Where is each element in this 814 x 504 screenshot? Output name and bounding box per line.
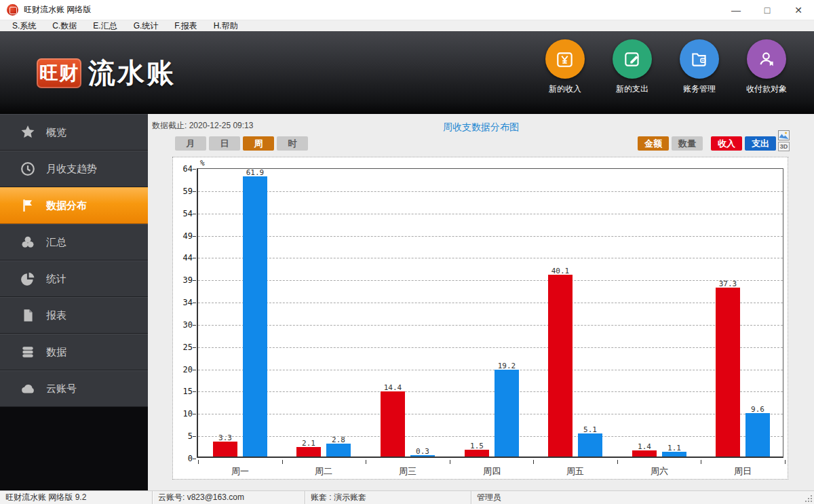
star-icon	[20, 125, 35, 140]
sidebar-item-statistics[interactable]: 统计	[0, 260, 148, 297]
flag-icon	[20, 198, 35, 213]
y-axis-tick-label: 30	[170, 320, 193, 330]
clock-icon	[20, 161, 35, 176]
sidebar-label: 云账号	[46, 383, 77, 395]
brand-name: 流水账	[88, 54, 176, 92]
new-income-button[interactable]: 新的收入	[532, 39, 598, 95]
sidebar-label: 报表	[46, 309, 66, 322]
bar-value-label: 0.3	[395, 447, 450, 456]
y-axis-tick-label: 5	[170, 431, 193, 441]
new-income-label: 新的收入	[549, 83, 581, 95]
sidebar-label: 数据分布	[46, 199, 87, 212]
sidebar-item-overview[interactable]: 概览	[0, 114, 148, 151]
income-bar	[465, 450, 489, 457]
bar-value-label: 14.4	[366, 383, 420, 392]
bar-value-label: 19.2	[480, 362, 534, 370]
y-axis-tick	[193, 258, 196, 258]
y-axis-tick-label: 15	[170, 387, 193, 396]
sidebar-item-monthly-trend[interactable]: 月收支趋势	[0, 151, 148, 187]
x-axis-category-label: 周五	[533, 465, 617, 478]
payee-contacts-label: 收付款对象	[746, 83, 787, 95]
gridline	[198, 191, 783, 192]
pie-icon	[20, 271, 35, 286]
edit-expense-icon	[613, 39, 652, 79]
status-version: 旺财流水账 网络版 9.2	[0, 491, 153, 504]
sidebar-label: 汇总	[46, 236, 66, 249]
y-axis-tick-label: 54	[170, 209, 193, 218]
sidebar-label: 数据	[46, 346, 66, 359]
gridline	[198, 258, 783, 258]
chart-image-icon[interactable]	[778, 130, 790, 140]
y-axis-tick	[193, 436, 196, 437]
x-axis-tick	[282, 460, 283, 464]
sidebar-item-data[interactable]: 数据	[0, 334, 148, 370]
sidebar-item-reports[interactable]: 报表	[0, 297, 148, 334]
y-axis-tick-label: 25	[170, 343, 193, 352]
expense-bar	[745, 413, 770, 457]
toggle-amount[interactable]: 金额	[638, 136, 669, 151]
toggle-quantity[interactable]: 数量	[672, 136, 703, 151]
window-title: 旺财流水账 网络版	[24, 4, 91, 16]
menu-statistics[interactable]: G.统计	[125, 20, 167, 31]
plot-area: 64595449443934302520151050%周一3.361.9周二2.…	[197, 168, 783, 458]
x-axis-tick	[533, 460, 534, 464]
gridline	[198, 325, 783, 326]
toggle-income[interactable]: 收入	[711, 136, 742, 151]
chart-tools: 3D	[778, 130, 790, 151]
sidebar-item-summary[interactable]: 汇总	[0, 224, 148, 260]
y-axis-tick-label: 44	[170, 253, 193, 263]
gridline	[198, 280, 783, 281]
minimize-button[interactable]: —	[720, 0, 752, 20]
menu-summary[interactable]: E.汇总	[85, 20, 125, 31]
resize-grip[interactable]	[811, 501, 812, 502]
y-axis-tick-label: 59	[170, 187, 193, 196]
toggle-expense[interactable]: 支出	[745, 136, 776, 151]
sidebar-item-cloud-account[interactable]: 云账号	[0, 370, 148, 407]
y-axis-tick	[193, 325, 196, 326]
x-axis-tick	[701, 460, 701, 464]
app-logo-icon	[7, 4, 18, 16]
tab-month[interactable]: 月	[175, 136, 206, 151]
x-axis-category-label: 周一	[198, 465, 282, 478]
gridline	[198, 303, 783, 303]
menu-help[interactable]: H.帮助	[206, 20, 246, 31]
y-axis-tick	[193, 236, 196, 237]
gridline	[198, 347, 783, 348]
chart-3d-button[interactable]: 3D	[778, 142, 790, 151]
income-bar	[213, 442, 237, 457]
gridline	[198, 214, 783, 214]
new-expense-button[interactable]: 新的支出	[600, 39, 665, 95]
x-axis-category-label: 周六	[617, 465, 701, 478]
y-axis-tick-label: 34	[170, 298, 193, 307]
cloud-icon	[20, 381, 35, 396]
y-axis-tick	[193, 169, 196, 170]
payee-contacts-button[interactable]: 收付款对象	[734, 39, 799, 95]
menu-system[interactable]: S.系统	[4, 20, 44, 31]
window-controls: — □ ✕	[720, 0, 814, 20]
bar-value-label: 61.9	[228, 168, 282, 177]
maximize-button[interactable]: □	[752, 0, 783, 20]
chart-panel: 64595449443934302520151050%周一3.361.9周二2.…	[172, 157, 788, 480]
app-header: 旺财 流水账 新的收入 新的支出	[0, 31, 814, 114]
menu-data[interactable]: C.数据	[44, 20, 85, 31]
income-bar	[296, 447, 321, 457]
content-area: 数据截止: 2020-12-25 09:13 周收支数据分布图 月 日 周 时 …	[148, 114, 814, 490]
account-management-button[interactable]: 账务管理	[667, 39, 732, 95]
tab-day[interactable]: 日	[209, 136, 240, 151]
x-axis-category-label: 周三	[366, 465, 450, 478]
brand-logo: 旺财 流水账	[37, 54, 176, 92]
y-axis-tick	[193, 347, 196, 348]
brand-seal: 旺财	[37, 58, 81, 88]
sidebar-item-data-distribution[interactable]: 数据分布	[0, 187, 148, 224]
status-account-set: 账套 : 演示账套	[305, 491, 471, 504]
tab-week[interactable]: 周	[243, 136, 274, 151]
y-axis-tick	[193, 391, 196, 392]
gridline	[198, 414, 783, 414]
menu-report[interactable]: F.报表	[166, 20, 205, 31]
y-axis-tick-label: 39	[170, 275, 193, 285]
expense-bar	[662, 452, 686, 457]
x-axis-category-label: 周二	[282, 465, 366, 478]
x-axis-tick	[366, 460, 366, 464]
close-button[interactable]: ✕	[783, 0, 814, 20]
tab-hour[interactable]: 时	[277, 136, 308, 151]
